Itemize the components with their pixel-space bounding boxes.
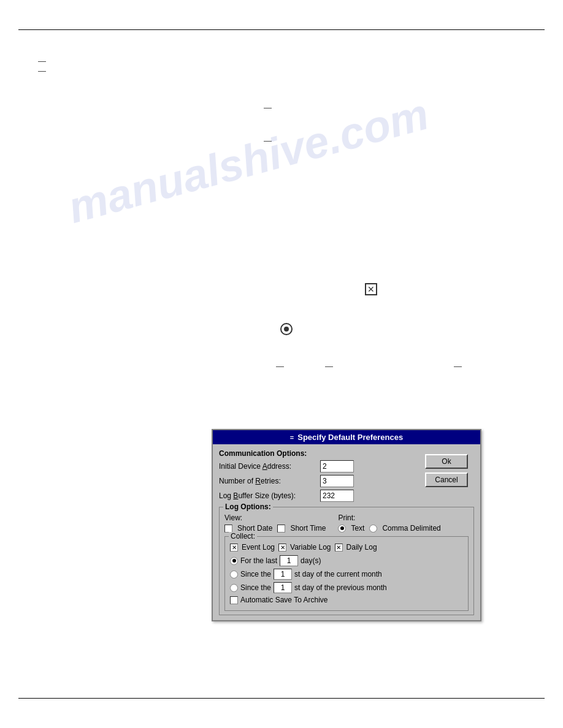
retries-label: Number of Retries: <box>219 477 320 485</box>
for-the-last-prefix: For the last <box>240 556 277 565</box>
print-label: Print: <box>338 514 440 522</box>
short-date-label: Short Date <box>237 524 272 533</box>
since-current-input[interactable] <box>274 569 292 580</box>
for-the-last-input[interactable] <box>280 555 298 566</box>
for-the-last-radio[interactable] <box>230 557 238 565</box>
device-address-label: Initial Device Address: <box>219 462 320 471</box>
auto-save-row: Automatic Save To Archive <box>230 596 463 604</box>
collect-checkboxes-row: ✕ Event Log ✕ Variable Log ✕ Daily Log <box>230 543 463 552</box>
print-comma-label: Comma Delimited <box>382 524 440 533</box>
top-rule <box>18 29 545 30</box>
log-options-label: Log Options: <box>223 502 273 511</box>
since-previous-month-row: Since the st day of the previous month <box>230 582 463 593</box>
cancel-button[interactable]: Cancel <box>425 472 468 487</box>
dash-5: — <box>276 362 284 371</box>
watermark: manualshive.com <box>63 63 530 233</box>
dialog-title: Specify Default Preferences <box>297 433 403 442</box>
event-log-label: Event Log <box>242 543 275 552</box>
log-buffer-input[interactable] <box>320 490 354 502</box>
dash-2: — <box>38 66 46 75</box>
field-row-log-buffer: Log Buffer Size (bytes): <box>219 490 474 502</box>
device-address-input[interactable] <box>320 460 354 472</box>
daily-log-checkbox[interactable]: ✕ <box>335 544 343 552</box>
dash-6: — <box>325 362 333 371</box>
dialog-titlebar: = Specify Default Preferences <box>213 430 480 444</box>
collect-label: Collect: <box>229 532 257 540</box>
collect-section: Collect: ✕ Event Log ✕ Variable Log ✕ Da… <box>224 536 469 611</box>
print-text-label: Text <box>351 524 364 533</box>
since-previous-suffix: st day of the previous month <box>294 583 387 592</box>
retries-input[interactable] <box>320 475 354 487</box>
print-comma-radio[interactable] <box>369 525 377 533</box>
radio-selected-icon <box>280 323 293 335</box>
checkbox-x-icon: ✕ <box>365 283 377 295</box>
dash-7: — <box>454 362 462 371</box>
auto-save-label: Automatic Save To Archive <box>240 596 328 604</box>
bottom-rule <box>18 698 545 699</box>
view-print-row: View: Short Date Short Time Print: <box>224 514 469 533</box>
dialog-buttons: Ok Cancel <box>425 454 468 487</box>
short-time-label: Short Time <box>290 524 326 533</box>
view-checkboxes: Short Date Short Time <box>224 524 326 533</box>
dialog-content: Communication Options: Initial Device Ad… <box>219 449 474 615</box>
since-current-month-row: Since the st day of the current month <box>230 569 463 580</box>
auto-save-checkbox[interactable] <box>230 596 238 604</box>
view-section: View: Short Date Short Time <box>224 514 326 533</box>
short-date-checkbox[interactable] <box>224 525 232 533</box>
since-current-month-radio[interactable] <box>230 571 238 578</box>
view-label: View: <box>224 514 326 522</box>
since-current-prefix: Since the <box>240 570 271 578</box>
log-buffer-label: Log Buffer Size (bytes): <box>219 491 320 500</box>
variable-log-checkbox[interactable]: ✕ <box>278 544 286 552</box>
dash-3: — <box>264 103 272 112</box>
since-previous-prefix: Since the <box>240 583 271 592</box>
dash-1: — <box>38 56 46 66</box>
daily-log-label: Daily Log <box>347 543 377 552</box>
print-section: Print: Text Comma Delimited <box>338 514 440 533</box>
since-previous-input[interactable] <box>274 582 292 593</box>
event-log-checkbox[interactable]: ✕ <box>230 544 238 552</box>
dash-4: — <box>264 136 272 145</box>
variable-log-label: Variable Log <box>290 543 331 552</box>
for-the-last-suffix: day(s) <box>301 556 321 565</box>
ok-button[interactable]: Ok <box>425 454 468 469</box>
log-options-section: Log Options: View: Short Date Short Time <box>219 507 474 615</box>
for-the-last-row: For the last day(s) <box>230 555 463 566</box>
since-current-suffix: st day of the current month <box>294 570 382 578</box>
dialog-body: Communication Options: Initial Device Ad… <box>213 444 480 620</box>
print-radios: Text Comma Delimited <box>338 524 440 533</box>
since-previous-month-radio[interactable] <box>230 584 238 592</box>
print-text-radio[interactable] <box>338 525 346 533</box>
dialog-titlebar-icon: = <box>290 434 294 441</box>
short-time-checkbox[interactable] <box>277 525 285 533</box>
dialog-specify-preferences: = Specify Default Preferences Communicat… <box>212 429 481 621</box>
